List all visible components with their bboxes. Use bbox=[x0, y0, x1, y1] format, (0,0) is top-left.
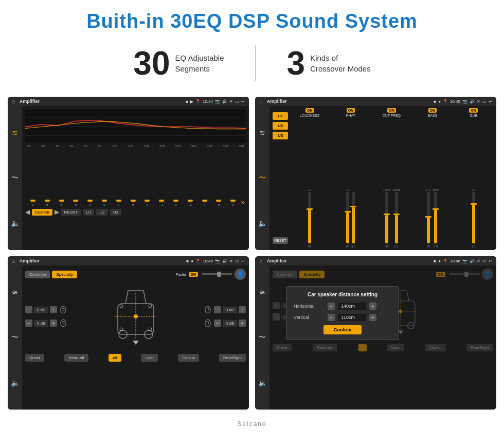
slider-cut-2[interactable] bbox=[395, 192, 398, 243]
vertical-value: 110cm bbox=[338, 314, 366, 321]
cutfreq-on[interactable]: ON bbox=[387, 108, 396, 113]
screen-crossover: ⌂ Amplifier ■ ● 📍 10:45 📷 🔊 ✕ ▭ ↩ ≋ 〜 🔈 bbox=[255, 97, 496, 250]
user-btn[interactable]: User bbox=[141, 354, 158, 362]
eq-slider-9[interactable]: 0 bbox=[141, 202, 154, 206]
eq-slider-14[interactable]: 0 bbox=[212, 202, 226, 206]
speaker-icon-4[interactable]: 🔈 bbox=[258, 379, 267, 387]
fader-slider[interactable] bbox=[202, 273, 232, 275]
eq-slider-4[interactable]: 0 bbox=[69, 202, 82, 206]
eq-slider-12[interactable]: -1 bbox=[184, 202, 197, 206]
stats-row: 30 EQ Adjustable Segments 3 Kinds of Cro… bbox=[0, 38, 504, 92]
slider-phat-g[interactable] bbox=[346, 192, 349, 243]
eq-slider-3[interactable]: 5 bbox=[55, 202, 68, 206]
rearleft-btn[interactable]: RearLeft bbox=[64, 354, 88, 362]
wave-icon[interactable]: 〜 bbox=[11, 173, 19, 183]
crossover-reset-btn[interactable]: RESET bbox=[273, 237, 288, 244]
eq-slider-2[interactable]: 0 bbox=[41, 202, 54, 206]
horizontal-value: 140cm bbox=[338, 303, 366, 310]
eq-icon-2[interactable]: ≋ bbox=[259, 129, 265, 137]
stat1-label: EQ Adjustable Segments bbox=[175, 52, 224, 74]
time-3: 10:46 bbox=[203, 259, 213, 263]
vertical-minus-btn[interactable]: − bbox=[328, 314, 335, 321]
back-icon-1[interactable]: ↩ bbox=[241, 99, 245, 104]
minimize-icon-3: ▭ bbox=[235, 259, 239, 263]
next-arrow[interactable]: ▶ bbox=[55, 208, 59, 216]
eq-slider-11[interactable]: 0 bbox=[169, 202, 183, 206]
eq-sliders: 0 0 5 bbox=[25, 150, 246, 206]
prev-arrow[interactable]: ◀ bbox=[25, 208, 30, 216]
eq-icon[interactable]: ≋ bbox=[12, 129, 18, 137]
confirm-btn[interactable]: Confirm bbox=[323, 325, 362, 334]
sub-sliders: G 20 bbox=[472, 119, 475, 248]
eq-slider-1[interactable]: 0 bbox=[26, 202, 40, 206]
specialty-mode-btn[interactable]: Specialty bbox=[52, 271, 77, 278]
rl-plus-btn[interactable]: + bbox=[50, 319, 57, 327]
eq-slider-6[interactable]: 0 bbox=[98, 202, 111, 206]
back-icon-3[interactable]: ↩ bbox=[241, 259, 245, 263]
preset-u2[interactable]: U2 bbox=[273, 122, 288, 130]
eq-slider-10[interactable]: -1 bbox=[155, 202, 168, 206]
eq-slider-13[interactable]: 0 bbox=[198, 202, 211, 206]
rl-minus-btn[interactable]: − bbox=[25, 319, 32, 327]
more-icon[interactable]: » bbox=[241, 198, 245, 206]
channel-cutfreq: ON CUT FREQ 120Hz 48 bbox=[372, 108, 411, 248]
horizontal-plus-btn[interactable]: + bbox=[369, 303, 376, 310]
copilot-btn[interactable]: Copilot bbox=[178, 354, 199, 362]
wave-icon-2[interactable]: 〜 bbox=[259, 173, 266, 183]
u1-btn[interactable]: U1 bbox=[83, 209, 94, 216]
fr-minus-btn[interactable]: − bbox=[214, 306, 221, 313]
ear-icon-fr bbox=[203, 305, 212, 314]
speaker-icon[interactable]: 🔈 bbox=[11, 219, 20, 227]
all-btn[interactable]: All bbox=[109, 354, 121, 362]
phat-on[interactable]: ON bbox=[347, 108, 355, 113]
u3-btn[interactable]: U3 bbox=[110, 209, 121, 216]
home-icon-4[interactable]: ⌂ bbox=[259, 258, 263, 264]
back-icon-4[interactable]: ↩ bbox=[489, 259, 492, 263]
eq-slider-7[interactable]: 0 bbox=[112, 202, 125, 206]
slider-sub-1[interactable] bbox=[472, 192, 475, 243]
wave-icon-4[interactable]: 〜 bbox=[259, 333, 266, 342]
rr-plus-btn[interactable]: + bbox=[239, 319, 246, 327]
preset-u1[interactable]: U1 bbox=[273, 112, 288, 120]
svg-point-17 bbox=[205, 319, 211, 327]
vertical-plus-btn[interactable]: + bbox=[369, 314, 376, 321]
slider-cut-1[interactable] bbox=[385, 192, 388, 243]
eq-slider-15[interactable]: 0 bbox=[226, 202, 240, 206]
slider-loudness-g[interactable] bbox=[308, 192, 311, 243]
back-icon-2[interactable]: ↩ bbox=[489, 99, 492, 104]
reset-btn[interactable]: RESET bbox=[61, 209, 81, 216]
slider-bass-g[interactable] bbox=[434, 192, 437, 243]
slider-bass-f[interactable] bbox=[427, 192, 430, 243]
common-mode-btn[interactable]: Common bbox=[25, 271, 50, 278]
driver-btn[interactable]: Driver bbox=[25, 354, 44, 362]
home-icon-3[interactable]: ⌂ bbox=[12, 258, 15, 264]
common-mode-btn-4: Common bbox=[273, 271, 297, 278]
eq-icon-3[interactable]: ≋ bbox=[12, 288, 18, 296]
rr-minus-btn[interactable]: − bbox=[214, 319, 221, 327]
eq-slider-8[interactable]: 0 bbox=[127, 202, 140, 206]
slider-phat-f[interactable] bbox=[352, 192, 355, 243]
location-icon-1: 📍 bbox=[195, 99, 201, 104]
horizontal-minus-btn[interactable]: − bbox=[328, 303, 335, 310]
u2-btn[interactable]: U2 bbox=[96, 209, 107, 216]
eq-main-area: 2532405063 80100125160200 25032040050063… bbox=[22, 106, 249, 250]
bass-on[interactable]: ON bbox=[428, 108, 437, 113]
speaker-icon-2[interactable]: 🔈 bbox=[258, 219, 267, 227]
fl-plus-btn[interactable]: + bbox=[50, 306, 57, 313]
fr-plus-btn[interactable]: + bbox=[239, 306, 246, 313]
eq-icon-4[interactable]: ≋ bbox=[259, 288, 265, 296]
rearright-btn[interactable]: RearRight bbox=[219, 354, 246, 362]
wave-icon-3[interactable]: 〜 bbox=[11, 333, 19, 342]
profile-icon[interactable]: 👤 bbox=[235, 269, 246, 280]
watermark: Seicane bbox=[0, 417, 504, 430]
speaker-icon-3[interactable]: 🔈 bbox=[11, 379, 20, 387]
fl-minus-btn[interactable]: − bbox=[25, 306, 32, 313]
freq-g: G bbox=[309, 188, 311, 191]
custom-btn[interactable]: Custom bbox=[32, 209, 52, 216]
loudness-on[interactable]: ON bbox=[305, 108, 314, 113]
home-icon-2[interactable]: ⌂ bbox=[259, 98, 263, 104]
sub-on[interactable]: ON bbox=[469, 108, 478, 113]
preset-u3[interactable]: U3 bbox=[273, 132, 288, 139]
home-icon[interactable]: ⌂ bbox=[12, 98, 15, 104]
eq-slider-5[interactable]: 0 bbox=[83, 202, 97, 206]
